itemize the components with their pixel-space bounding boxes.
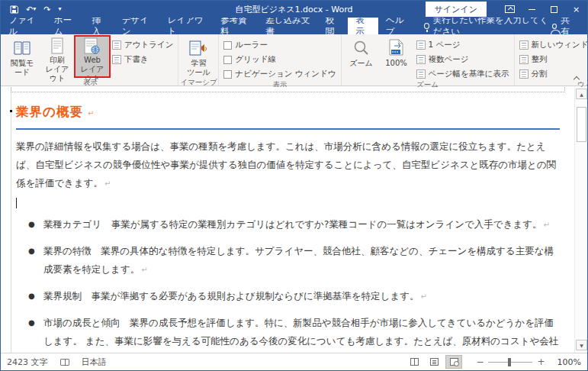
zoom-percentage[interactable]: 100% — [557, 357, 581, 367]
document-heading[interactable]: 業界の概要 — [16, 105, 83, 119]
bullet-icon: ● — [28, 215, 43, 234]
heading-row[interactable]: 業界の概要 ↵ — [16, 104, 560, 121]
zoom-out-button[interactable]: − — [471, 356, 488, 367]
zoom-slider-track[interactable] — [488, 362, 532, 363]
outline-icon — [112, 40, 121, 50]
tab-mailings[interactable]: 差し込み文書 — [258, 18, 318, 34]
tab-references[interactable]: 参考資料 — [213, 18, 258, 34]
document-canvas[interactable]: 業界の概要 ↵ 業界の詳細情報を収集する場合は、事業の種類を考慮します。これは、… — [1, 87, 587, 353]
split-icon — [519, 69, 529, 79]
tab-home[interactable]: ホーム — [47, 18, 85, 34]
scroll-down-button[interactable]: ▼ — [576, 340, 587, 350]
gridlines-checkbox[interactable]: グリッド線 — [223, 54, 336, 65]
views-group-label: 表示 — [2, 77, 178, 87]
share-button[interactable]: 共有 — [552, 18, 587, 34]
undo-icon: ↶ — [26, 5, 33, 14]
bullet-icon: ● — [28, 242, 43, 279]
paragraph-mark-icon: ↵ — [544, 221, 550, 229]
one-page-button[interactable]: 1 ページ — [416, 40, 509, 50]
learning-tools-icon — [189, 37, 207, 59]
checkbox-icon — [223, 56, 232, 64]
paragraph-mark-icon: ↵ — [141, 266, 147, 274]
proofing-status-button[interactable] — [60, 359, 69, 366]
new-window-button[interactable]: 新しいウィンドウを開く — [519, 40, 588, 50]
bullet-item[interactable]: ● 業界の特徴 業界の具体的な特徴を特定します。サプライヤー、競合他社、顧客など… — [16, 242, 560, 279]
bullet-item[interactable]: ● 業種カテゴリ 事業が属する特定の業種別カテゴリはどれですか?業種コードの一覧… — [16, 215, 560, 234]
bullet-item[interactable]: ● 業界規制 事業が準拠する必要がある規則および規制ならびに準拠基準を特定します… — [16, 287, 560, 306]
tab-design[interactable]: デザイン — [114, 18, 160, 34]
page-width-button[interactable]: ページ幅を基準に表示 — [416, 69, 509, 79]
split-label: 分割 — [532, 69, 548, 79]
vertical-scrollbar[interactable]: ▲ ▼ — [574, 87, 587, 353]
text-frame-boundary — [11, 87, 565, 92]
navigation-pane-label: ナビゲーション ウィンドウ — [235, 69, 336, 79]
minimize-button[interactable] — [521, 1, 543, 18]
status-bar: 2423 文字 日本語 − + 100% — [1, 353, 587, 370]
immersive-group-label: イマーシブ — [178, 77, 218, 87]
ribbon-display-options-icon — [505, 5, 515, 13]
word-count[interactable]: 2423 文字 — [7, 356, 48, 368]
bullet-item[interactable]: ● 市場の成長と傾向 業界の成長予想を評価します。特に、新製品や競合相手が市場に… — [16, 314, 560, 353]
ribbon-display-options-button[interactable] — [499, 1, 521, 18]
web-layout-view-button[interactable] — [445, 355, 462, 369]
intro-paragraph[interactable]: 業界の詳細情報を収集する場合は、事業の種類を考慮します。これは、市場分析に含める… — [16, 137, 560, 193]
undo-button[interactable]: ↶▾ — [26, 5, 36, 14]
draft-icon — [112, 55, 121, 64]
save-icon[interactable] — [10, 5, 18, 14]
tab-file[interactable]: ファイル — [1, 18, 47, 34]
person-icon — [552, 24, 557, 29]
web-layout-label: Web — [84, 56, 101, 65]
outline-label: アウトライン — [124, 40, 173, 50]
read-mode-view-icon — [410, 358, 419, 366]
web-layout-icon — [84, 37, 101, 56]
sign-in-button[interactable]: サインイン — [426, 2, 487, 17]
ruler-checkbox[interactable]: ルーラー — [223, 40, 336, 50]
arrange-all-button[interactable]: 整列 — [519, 54, 588, 65]
read-mode-view-button[interactable] — [406, 355, 423, 369]
scroll-up-button[interactable]: ▲ — [576, 89, 587, 99]
tab-review[interactable]: 校閲 — [318, 18, 348, 34]
print-layout-button[interactable]: 印刷 レイアウト — [40, 36, 75, 77]
lightbulb-icon — [424, 23, 429, 29]
draft-view-button[interactable]: 下書き — [112, 54, 173, 65]
zoom-slider[interactable]: − + — [471, 356, 549, 367]
paragraph-mark-icon: ↵ — [104, 179, 111, 188]
tab-insert[interactable]: 挿入 — [84, 18, 114, 34]
ruler-label: ルーラー — [235, 40, 268, 50]
multiple-pages-button[interactable]: 複数ページ — [416, 54, 509, 65]
one-page-label: 1 ページ — [429, 40, 461, 50]
close-button[interactable]: × — [565, 1, 587, 18]
customize-qat-button[interactable]: ▾ — [58, 6, 61, 12]
navigation-pane-checkbox[interactable]: ナビゲーション ウィンドウ — [223, 69, 336, 79]
tell-me-search[interactable]: 実行したい作業を入力してください — [424, 18, 553, 34]
page-width-icon — [416, 69, 426, 79]
group-immersive: 学習 ツール イマーシブ — [178, 34, 219, 85]
text-cursor — [16, 198, 17, 208]
learning-tools-button[interactable]: 学習 ツール — [181, 36, 216, 77]
zoom-in-button[interactable]: + — [532, 356, 549, 367]
read-mode-button[interactable]: 閲覧モード — [5, 36, 40, 77]
language-status[interactable]: 日本語 — [82, 356, 107, 368]
outline-view-button[interactable]: アウトライン — [112, 40, 173, 50]
proofing-book-icon — [60, 359, 69, 366]
quick-access-toolbar: ↶▾ ↷ ▾ — [1, 5, 61, 14]
tab-layout[interactable]: レイアウト — [160, 18, 214, 34]
ribbon-tab-row: ファイル ホーム 挿入 デザイン レイアウト 参考資料 差し込み文書 校閲 表示… — [1, 18, 587, 34]
checkbox-icon — [223, 41, 232, 50]
tab-view[interactable]: 表示 — [348, 18, 378, 34]
web-layout-view-icon — [450, 358, 458, 366]
heading-rule — [16, 128, 560, 130]
zoom-slider-thumb[interactable] — [508, 358, 511, 366]
web-layout-button[interactable]: Web レイアウト — [75, 36, 110, 77]
zoom-button[interactable]: ズーム — [344, 36, 379, 77]
redo-button[interactable]: ↷ — [43, 5, 50, 14]
multiple-pages-label: 複数ページ — [429, 54, 469, 65]
maximize-button[interactable] — [543, 1, 565, 18]
gridlines-label: グリッド線 — [235, 54, 275, 65]
print-layout-view-button[interactable] — [426, 355, 442, 369]
collapse-ribbon-button[interactable] — [574, 76, 580, 81]
paragraph-mark-icon: ↵ — [420, 292, 426, 301]
scrollbar-thumb[interactable] — [577, 107, 586, 142]
zoom-100-button[interactable]: 100% — [379, 36, 414, 77]
tab-help[interactable]: ヘルプ — [378, 18, 416, 34]
